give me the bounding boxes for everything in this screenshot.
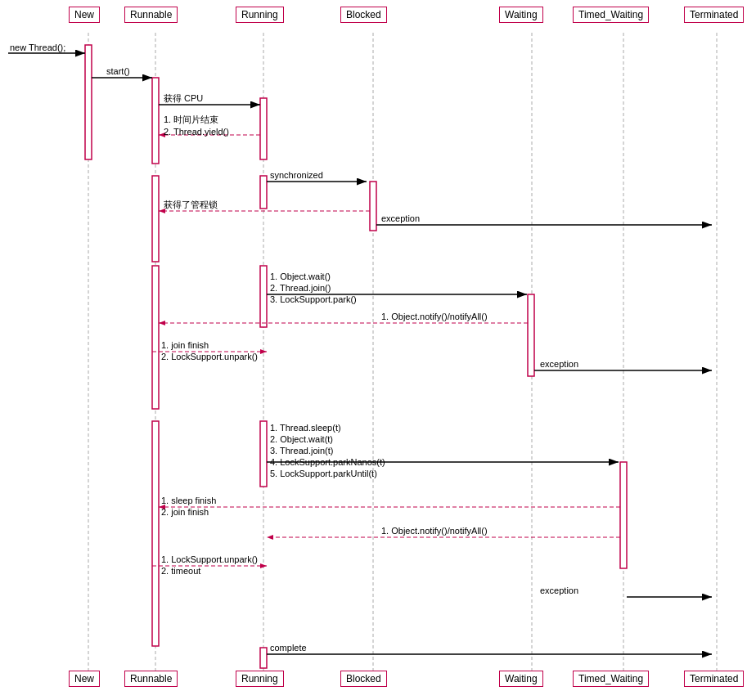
- svg-text:new Thread();: new Thread();: [10, 43, 65, 52]
- state-running-bottom: Running: [236, 671, 284, 687]
- svg-text:2. Object.wait(t): 2. Object.wait(t): [270, 434, 333, 444]
- svg-text:1. Thread.sleep(t): 1. Thread.sleep(t): [270, 423, 341, 433]
- svg-text:1. join finish: 1. join finish: [161, 340, 209, 350]
- svg-rect-18: [260, 176, 267, 209]
- state-new-top: New: [69, 7, 100, 23]
- svg-text:1. Object.notify()/notifyAll(): 1. Object.notify()/notifyAll(): [381, 312, 488, 321]
- svg-text:2. Thread.join(): 2. Thread.join(): [270, 283, 331, 293]
- svg-text:3. Thread.join(t): 3. Thread.join(t): [270, 446, 333, 455]
- diagram-container: new Thread(); start() 获得 CPU 1. 时间片结束 2.…: [0, 0, 756, 700]
- state-runnable-bottom: Runnable: [124, 671, 178, 687]
- svg-text:complete: complete: [270, 643, 307, 653]
- svg-rect-31: [260, 421, 267, 487]
- svg-text:synchronized: synchronized: [270, 170, 323, 180]
- svg-text:1. Object.notify()/notifyAll(): 1. Object.notify()/notifyAll(): [381, 526, 488, 536]
- svg-text:5. LockSupport.parkUntil(t): 5. LockSupport.parkUntil(t): [270, 469, 377, 478]
- svg-rect-20: [370, 182, 376, 231]
- state-new-bottom: New: [69, 671, 100, 687]
- svg-text:2. timeout: 2. timeout: [161, 566, 200, 576]
- svg-rect-38: [260, 648, 267, 668]
- svg-text:exception: exception: [540, 586, 578, 595]
- state-blocked-top: Blocked: [340, 7, 387, 23]
- svg-text:2. join finish: 2. join finish: [161, 507, 209, 517]
- svg-text:3. LockSupport.park(): 3. LockSupport.park(): [270, 294, 357, 304]
- state-blocked-bottom: Blocked: [340, 671, 387, 687]
- state-timed-waiting-bottom: Timed_Waiting: [573, 671, 649, 687]
- svg-rect-33: [620, 462, 627, 568]
- svg-text:2. LockSupport.unpark(): 2. LockSupport.unpark(): [161, 352, 258, 361]
- svg-text:1. LockSupport.unpark(): 1. LockSupport.unpark(): [161, 554, 258, 564]
- svg-rect-14: [260, 98, 267, 159]
- svg-text:1. Object.wait(): 1. Object.wait(): [270, 271, 331, 281]
- svg-rect-12: [152, 78, 159, 164]
- svg-text:start(): start(): [106, 66, 130, 76]
- svg-rect-17: [152, 176, 159, 262]
- svg-rect-30: [152, 421, 159, 646]
- svg-text:1. sleep finish: 1. sleep finish: [161, 496, 216, 505]
- svg-text:exception: exception: [381, 213, 420, 223]
- svg-text:获得了管程锁: 获得了管程锁: [164, 200, 218, 209]
- svg-rect-24: [260, 266, 267, 327]
- svg-text:exception: exception: [540, 359, 578, 369]
- state-running-top: Running: [236, 7, 284, 23]
- state-waiting-bottom: Waiting: [499, 671, 543, 687]
- state-terminated-bottom: Terminated: [684, 671, 744, 687]
- svg-rect-26: [528, 294, 534, 376]
- state-waiting-top: Waiting: [499, 7, 543, 23]
- state-terminated-top: Terminated: [684, 7, 744, 23]
- svg-text:1. 时间片结束: 1. 时间片结束: [164, 114, 218, 124]
- svg-rect-10: [85, 45, 92, 159]
- state-timed-waiting-top: Timed_Waiting: [573, 7, 649, 23]
- state-runnable-top: Runnable: [124, 7, 178, 23]
- svg-text:2. Thread.yield(): 2. Thread.yield(): [164, 127, 229, 137]
- svg-text:获得 CPU: 获得 CPU: [164, 93, 203, 103]
- svg-text:4. LockSupport.parkNanos(t): 4. LockSupport.parkNanos(t): [270, 457, 385, 467]
- svg-rect-23: [152, 266, 159, 409]
